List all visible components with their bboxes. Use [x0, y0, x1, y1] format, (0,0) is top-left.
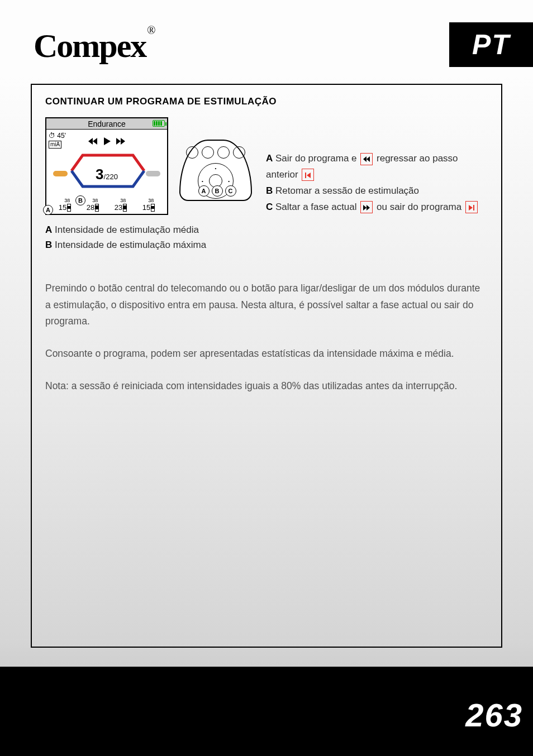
screen-legend-A: A Intensidade de estimulação média	[45, 222, 488, 237]
body-text: Premindo o botão central do telecomando …	[45, 280, 488, 395]
svg-marker-4	[121, 138, 125, 145]
skip-back-icon	[302, 169, 314, 181]
legend-line-C: C Saltar a fase actual ou sair do progra…	[266, 199, 488, 216]
svg-marker-1	[93, 138, 97, 145]
section-title: CONTINUAR UM PROGRAMA DE ESTIMULAÇÃO	[45, 96, 488, 107]
registered-mark: ®	[147, 24, 154, 36]
remote-illustration: • • • • A B C	[179, 140, 255, 212]
legend-line-A: A Sair do programa e regressar ao passo …	[266, 151, 488, 183]
svg-marker-10	[367, 205, 370, 210]
remote-top-buttons	[180, 146, 251, 159]
counter-value: 3	[96, 166, 103, 183]
counter-denom: /220	[104, 173, 118, 181]
battery-icon	[153, 120, 165, 127]
page-number: 263	[465, 696, 523, 734]
device-screen-illustration: Endurance ⏱ 45' miA	[45, 117, 168, 215]
svg-marker-0	[88, 138, 93, 145]
channel-bars: 38 15 38 28 38 23 38	[46, 203, 167, 212]
rewind-play-forward-icon	[87, 136, 126, 146]
brand-logo: Compex®	[34, 27, 154, 65]
content-frame: CONTINUAR UM PROGRAMA DE ESTIMULAÇÃO End…	[31, 84, 502, 648]
bar-2: 38 28	[87, 203, 99, 212]
paragraph-3: Nota: a sessão é reiniciada com intensid…	[45, 378, 488, 395]
svg-marker-11	[469, 205, 473, 210]
remote-callout-B: B	[212, 185, 223, 197]
language-tab: PT	[449, 22, 533, 67]
screen-legend-B: B Intensidade de estimulação máxima	[45, 237, 488, 252]
legend-line-B: B Retomar a sessão de estimulação	[266, 183, 488, 199]
screen-legend: A Intensidade de estimulação média B Int…	[45, 222, 488, 252]
remote-legend: A Sair do programa e regressar ao passo …	[266, 117, 488, 216]
paragraph-1: Premindo o botão central do telecomando …	[45, 280, 488, 330]
svg-rect-12	[473, 205, 474, 210]
callout-A: A	[43, 205, 53, 215]
bar-1: 38 15	[59, 203, 71, 212]
bar-4: 38 15	[142, 203, 155, 212]
svg-marker-2	[104, 137, 111, 145]
svg-marker-9	[363, 205, 367, 210]
language-code: PT	[472, 29, 510, 60]
svg-marker-5	[363, 156, 367, 162]
bar-3: 38 23	[115, 203, 127, 212]
remote-callout-C: C	[225, 185, 236, 197]
brand-text: Compex	[34, 27, 146, 64]
rewind-icon	[360, 153, 373, 165]
center-counter: 3/220	[46, 166, 167, 183]
program-name: Endurance	[88, 119, 126, 128]
remote-callout-A: A	[198, 185, 210, 197]
svg-marker-6	[367, 156, 370, 162]
svg-rect-7	[305, 173, 306, 178]
screen-header: Endurance	[46, 118, 167, 130]
paragraph-2: Consoante o programa, podem ser apresent…	[45, 346, 488, 362]
callout-B: B	[75, 195, 85, 205]
figures-row: Endurance ⏱ 45' miA	[45, 117, 488, 216]
fast-forward-icon	[360, 201, 373, 213]
skip-forward-icon	[465, 201, 478, 213]
playback-controls	[46, 136, 167, 149]
svg-marker-3	[116, 138, 121, 145]
svg-marker-8	[307, 173, 311, 178]
footer-bar	[0, 667, 533, 756]
